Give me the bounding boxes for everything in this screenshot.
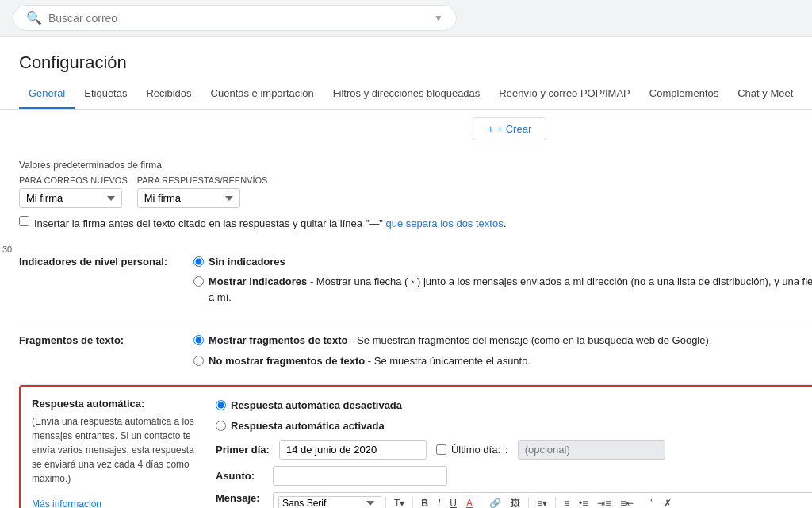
- quote-btn[interactable]: ": [646, 496, 657, 508]
- last-day-row: Último día::: [436, 444, 508, 456]
- first-day-input[interactable]: [279, 440, 427, 460]
- toolbar-divider3: [481, 497, 481, 508]
- toolbar-divider4: [528, 497, 529, 508]
- personal-indicators-radio1[interactable]: [193, 256, 204, 267]
- text-fragments-option1: Mostrar fragmentos de texto - Se muestra…: [193, 333, 812, 348]
- search-dropdown-icon[interactable]: ▼: [434, 13, 443, 24]
- tab-reenvio[interactable]: Reenvío y correo POP/IMAP: [489, 79, 639, 110]
- toolbar-divider2: [412, 497, 413, 508]
- sig-defaults-title: Valores predeterminados de firma: [19, 160, 812, 171]
- text-fragments-label: Fragmentos de texto:: [19, 333, 193, 346]
- underline-btn[interactable]: U: [446, 496, 461, 508]
- indent-btn[interactable]: ⇥≡: [593, 496, 615, 508]
- tab-cuentas[interactable]: Cuentas e importación: [201, 79, 324, 110]
- text-fragments-option2-label: No mostrar fragmentos de texto - Se mues…: [209, 353, 530, 369]
- tab-chat-meet[interactable]: Chat y Meet: [728, 79, 802, 110]
- subject-label: Asunto:: [216, 470, 263, 482]
- sig-defaults-row: PARA CORREOS NUEVOS Mi firma PARA RESPUE…: [19, 175, 812, 208]
- align-btn[interactable]: ≡▾: [533, 496, 551, 508]
- tabs-nav: General Etiquetas Recibidos Cuentas e im…: [0, 79, 812, 110]
- auto-reply-radio-on[interactable]: [216, 421, 226, 431]
- bold-btn[interactable]: B: [417, 496, 432, 508]
- text-fragments-option2: No mostrar fragmentos de texto - Se mues…: [193, 353, 812, 369]
- search-input[interactable]: [48, 12, 427, 25]
- tab-complementos[interactable]: Complementos: [640, 79, 728, 110]
- text-color-btn[interactable]: A: [462, 496, 477, 508]
- last-day-label-text: Último día:: [451, 444, 500, 456]
- tab-etiquetas[interactable]: Etiquetas: [75, 79, 136, 110]
- sig-insert-checkbox-row: Insertar la firma antes del texto citado…: [19, 216, 812, 232]
- page-title: Configuración: [0, 37, 812, 79]
- last-day-input[interactable]: [518, 440, 665, 460]
- subject-row: Asunto:: [216, 466, 812, 486]
- create-signature-button[interactable]: + + Crear: [473, 117, 546, 140]
- sig-for-new-col: PARA CORREOS NUEVOS Mi firma: [19, 175, 128, 208]
- text-fragments-section: Fragmentos de texto: Mostrar fragmentos …: [19, 321, 812, 385]
- sig-for-new-select[interactable]: Mi firma: [19, 188, 122, 208]
- tab-avanzadas[interactable]: Avanzadas: [802, 79, 812, 110]
- personal-indicators-option1-label: Sin indicadores: [209, 254, 285, 270]
- sig-for-new-label: PARA CORREOS NUEVOS: [19, 175, 128, 185]
- link-btn[interactable]: 🔗: [485, 496, 505, 508]
- search-box[interactable]: 🔍 ▼: [13, 5, 457, 31]
- sig-insert-checkbox[interactable]: [19, 216, 29, 226]
- sidebar-badge: 30: [0, 243, 14, 256]
- text-fragments-option1-label: Mostrar fragmentos de texto - Se muestra…: [209, 333, 711, 348]
- auto-reply-row: Respuesta automática: (Envía una respues…: [32, 398, 812, 508]
- toolbar-divider1: [385, 497, 386, 508]
- personal-indicators-label: Indicadores de nivel personal:: [19, 254, 193, 267]
- sig-insert-link[interactable]: que separa los dos textos: [386, 217, 504, 229]
- sig-for-replies-label: PARA RESPUESTAS/REENVÍOS: [137, 175, 268, 185]
- main-content: Configuración General Etiquetas Recibido…: [0, 37, 812, 508]
- image-btn[interactable]: 🖼: [507, 496, 524, 508]
- date-fields-row: Primer día: Último día::: [216, 440, 812, 460]
- sig-insert-label: Insertar la firma antes del texto citado…: [34, 216, 506, 232]
- sig-for-replies-select[interactable]: Mi firma: [137, 188, 240, 208]
- text-fragments-radio1[interactable]: [193, 335, 204, 345]
- signature-section: + + Crear Valores predeterminados de fir…: [19, 110, 812, 243]
- editor-toolbar: Sans Serif T▾ B I U A: [274, 493, 812, 508]
- last-day-checkbox[interactable]: [436, 444, 446, 455]
- auto-reply-desc: (Envía una respuesta automática a los me…: [32, 414, 206, 486]
- toolbar-divider5: [555, 497, 556, 508]
- search-icon: 🔍: [26, 10, 42, 25]
- auto-reply-content: Respuesta automática desactivada Respues…: [216, 398, 812, 508]
- font-select[interactable]: Sans Serif: [278, 496, 381, 508]
- plus-icon: +: [488, 123, 494, 135]
- personal-indicators-option2-label: Mostrar indicadores - Mostrar una flecha…: [209, 274, 812, 305]
- ol-btn[interactable]: ≡: [560, 496, 573, 508]
- auto-reply-more-link[interactable]: Más información: [32, 498, 102, 508]
- remove-format-btn[interactable]: ✗: [660, 496, 676, 508]
- personal-indicators-section: Indicadores de nivel personal: Sin indic…: [19, 243, 812, 322]
- content-area: + + Crear Valores predeterminados de fir…: [0, 110, 812, 508]
- auto-reply-off-label: Respuesta automática desactivada: [231, 398, 402, 414]
- text-fragments-content: Mostrar fragmentos de texto - Se muestra…: [193, 333, 812, 373]
- personal-indicators-content: Sin indicadores Mostrar indicadores - Mo…: [193, 254, 812, 310]
- auto-reply-option-off: Respuesta automática desactivada: [216, 398, 812, 414]
- message-editor: Sans Serif T▾ B I U A: [273, 492, 812, 508]
- auto-reply-option-on: Respuesta automática activada: [216, 418, 812, 434]
- first-day-label: Primer día:: [216, 444, 270, 456]
- auto-reply-label-col: Respuesta automática: (Envía una respues…: [32, 398, 206, 508]
- font-size-btn[interactable]: T▾: [390, 496, 408, 508]
- personal-indicators-option2: Mostrar indicadores - Mostrar una flecha…: [193, 274, 812, 305]
- auto-reply-label: Respuesta automática:: [32, 398, 206, 410]
- toolbar-divider6: [642, 497, 642, 508]
- sig-for-replies-col: PARA RESPUESTAS/REENVÍOS Mi firma: [137, 175, 268, 208]
- tab-general[interactable]: General: [19, 79, 75, 110]
- text-fragments-radio2[interactable]: [193, 356, 204, 366]
- ul-btn[interactable]: •≡: [575, 496, 592, 508]
- auto-reply-on-label: Respuesta automática activada: [231, 418, 385, 434]
- italic-btn[interactable]: I: [434, 496, 444, 508]
- personal-indicators-radio2[interactable]: [193, 276, 204, 287]
- outdent-btn[interactable]: ≡⇤: [616, 496, 638, 508]
- top-bar: 🔍 ▼: [0, 0, 812, 37]
- subject-input[interactable]: [273, 466, 447, 486]
- tab-recibidos[interactable]: Recibidos: [136, 79, 201, 110]
- personal-indicators-option1: Sin indicadores: [193, 254, 812, 270]
- tab-filtros[interactable]: Filtros y direcciones bloqueadas: [324, 79, 490, 110]
- message-row: Mensaje: Sans Serif T▾: [216, 492, 812, 508]
- auto-reply-radio-off[interactable]: [216, 400, 226, 410]
- message-label: Mensaje:: [216, 492, 263, 504]
- auto-reply-section: Respuesta automática: (Envía una respues…: [19, 385, 812, 508]
